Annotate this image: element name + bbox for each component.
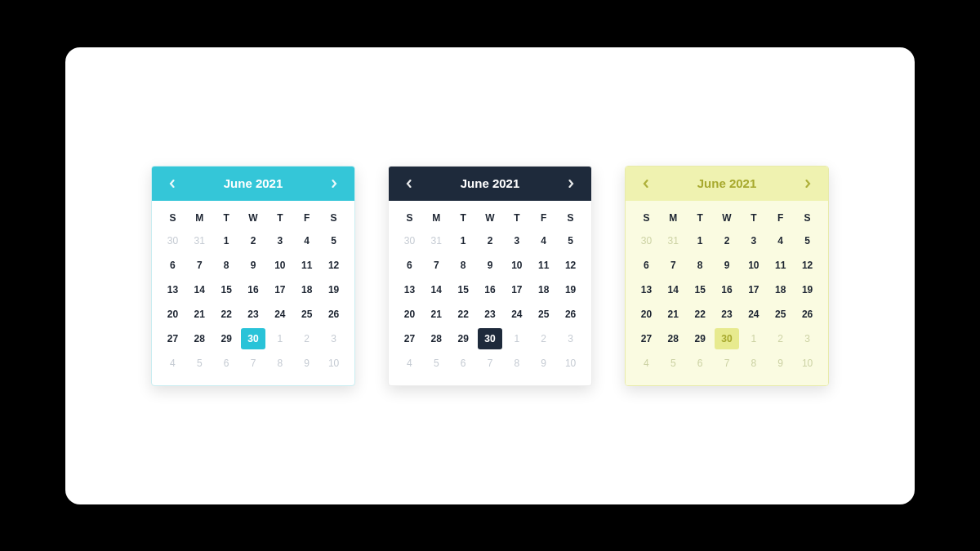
day-cell-selected[interactable]: 30 bbox=[715, 328, 740, 349]
day-cell[interactable]: 28 bbox=[661, 328, 686, 349]
day-cell[interactable]: 23 bbox=[715, 304, 740, 325]
day-cell-other-month[interactable]: 10 bbox=[795, 353, 820, 374]
day-cell-other-month[interactable]: 31 bbox=[661, 230, 686, 251]
day-cell-other-month[interactable]: 30 bbox=[634, 230, 659, 251]
day-cell-other-month[interactable]: 31 bbox=[424, 230, 449, 251]
day-cell[interactable]: 27 bbox=[160, 328, 185, 349]
day-cell[interactable]: 16 bbox=[715, 279, 740, 300]
day-cell[interactable]: 3 bbox=[267, 230, 292, 251]
day-cell[interactable]: 24 bbox=[267, 304, 292, 325]
day-cell[interactable]: 29 bbox=[214, 328, 239, 349]
day-cell[interactable]: 26 bbox=[795, 304, 820, 325]
day-cell-other-month[interactable]: 31 bbox=[187, 230, 212, 251]
day-cell[interactable]: 7 bbox=[424, 255, 449, 276]
day-cell-other-month[interactable]: 1 bbox=[741, 328, 766, 349]
day-cell[interactable]: 6 bbox=[160, 255, 185, 276]
day-cell[interactable]: 3 bbox=[504, 230, 529, 251]
day-cell[interactable]: 8 bbox=[214, 255, 239, 276]
day-cell-other-month[interactable]: 30 bbox=[160, 230, 185, 251]
day-cell[interactable]: 13 bbox=[397, 279, 422, 300]
day-cell[interactable]: 14 bbox=[424, 279, 449, 300]
day-cell[interactable]: 29 bbox=[451, 328, 476, 349]
day-cell[interactable]: 7 bbox=[187, 255, 212, 276]
day-cell-other-month[interactable]: 1 bbox=[504, 328, 529, 349]
day-cell-other-month[interactable]: 4 bbox=[160, 353, 185, 374]
day-cell[interactable]: 22 bbox=[451, 304, 476, 325]
day-cell[interactable]: 21 bbox=[424, 304, 449, 325]
day-cell[interactable]: 5 bbox=[321, 230, 346, 251]
day-cell[interactable]: 19 bbox=[558, 279, 583, 300]
day-cell-other-month[interactable]: 30 bbox=[397, 230, 422, 251]
day-cell-other-month[interactable]: 8 bbox=[504, 353, 529, 374]
day-cell[interactable]: 17 bbox=[267, 279, 292, 300]
day-cell-other-month[interactable]: 2 bbox=[768, 328, 793, 349]
day-cell[interactable]: 17 bbox=[504, 279, 529, 300]
day-cell-other-month[interactable]: 1 bbox=[267, 328, 292, 349]
day-cell[interactable]: 11 bbox=[294, 255, 319, 276]
day-cell-other-month[interactable]: 5 bbox=[661, 353, 686, 374]
day-cell[interactable]: 2 bbox=[478, 230, 503, 251]
day-cell-other-month[interactable]: 7 bbox=[715, 353, 740, 374]
day-cell-other-month[interactable]: 3 bbox=[558, 328, 583, 349]
day-cell[interactable]: 8 bbox=[451, 255, 476, 276]
day-cell[interactable]: 28 bbox=[187, 328, 212, 349]
day-cell[interactable]: 17 bbox=[741, 279, 766, 300]
day-cell[interactable]: 15 bbox=[688, 279, 713, 300]
day-cell[interactable]: 13 bbox=[634, 279, 659, 300]
day-cell-other-month[interactable]: 7 bbox=[241, 353, 266, 374]
day-cell[interactable]: 28 bbox=[424, 328, 449, 349]
day-cell[interactable]: 9 bbox=[478, 255, 503, 276]
day-cell[interactable]: 21 bbox=[661, 304, 686, 325]
day-cell[interactable]: 4 bbox=[768, 230, 793, 251]
day-cell[interactable]: 7 bbox=[661, 255, 686, 276]
day-cell-other-month[interactable]: 9 bbox=[531, 353, 556, 374]
day-cell-other-month[interactable]: 4 bbox=[397, 353, 422, 374]
day-cell[interactable]: 15 bbox=[451, 279, 476, 300]
day-cell-other-month[interactable]: 8 bbox=[267, 353, 292, 374]
day-cell[interactable]: 26 bbox=[558, 304, 583, 325]
day-cell[interactable]: 18 bbox=[768, 279, 793, 300]
day-cell[interactable]: 11 bbox=[531, 255, 556, 276]
day-cell[interactable]: 15 bbox=[214, 279, 239, 300]
day-cell[interactable]: 20 bbox=[397, 304, 422, 325]
prev-month-button[interactable] bbox=[637, 175, 655, 193]
day-cell[interactable]: 19 bbox=[795, 279, 820, 300]
day-cell[interactable]: 23 bbox=[478, 304, 503, 325]
next-month-button[interactable] bbox=[799, 175, 817, 193]
day-cell-other-month[interactable]: 5 bbox=[424, 353, 449, 374]
day-cell[interactable]: 18 bbox=[294, 279, 319, 300]
day-cell[interactable]: 19 bbox=[321, 279, 346, 300]
day-cell[interactable]: 12 bbox=[795, 255, 820, 276]
day-cell[interactable]: 22 bbox=[214, 304, 239, 325]
day-cell[interactable]: 9 bbox=[715, 255, 740, 276]
day-cell[interactable]: 8 bbox=[688, 255, 713, 276]
day-cell[interactable]: 4 bbox=[294, 230, 319, 251]
day-cell-other-month[interactable]: 9 bbox=[768, 353, 793, 374]
day-cell[interactable]: 5 bbox=[795, 230, 820, 251]
day-cell[interactable]: 25 bbox=[294, 304, 319, 325]
day-cell[interactable]: 2 bbox=[715, 230, 740, 251]
prev-month-button[interactable] bbox=[163, 175, 181, 193]
day-cell[interactable]: 23 bbox=[241, 304, 266, 325]
day-cell[interactable]: 12 bbox=[321, 255, 346, 276]
day-cell[interactable]: 16 bbox=[478, 279, 503, 300]
day-cell[interactable]: 10 bbox=[267, 255, 292, 276]
day-cell-other-month[interactable]: 4 bbox=[634, 353, 659, 374]
day-cell[interactable]: 24 bbox=[504, 304, 529, 325]
day-cell-other-month[interactable]: 3 bbox=[321, 328, 346, 349]
day-cell-other-month[interactable]: 2 bbox=[531, 328, 556, 349]
day-cell[interactable]: 14 bbox=[661, 279, 686, 300]
day-cell[interactable]: 16 bbox=[241, 279, 266, 300]
day-cell[interactable]: 20 bbox=[160, 304, 185, 325]
day-cell[interactable]: 25 bbox=[531, 304, 556, 325]
day-cell[interactable]: 20 bbox=[634, 304, 659, 325]
day-cell-other-month[interactable]: 3 bbox=[795, 328, 820, 349]
day-cell[interactable]: 3 bbox=[741, 230, 766, 251]
day-cell-other-month[interactable]: 6 bbox=[451, 353, 476, 374]
day-cell[interactable]: 25 bbox=[768, 304, 793, 325]
day-cell[interactable]: 12 bbox=[558, 255, 583, 276]
day-cell[interactable]: 11 bbox=[768, 255, 793, 276]
day-cell[interactable]: 4 bbox=[531, 230, 556, 251]
day-cell[interactable]: 1 bbox=[214, 230, 239, 251]
day-cell[interactable]: 14 bbox=[187, 279, 212, 300]
